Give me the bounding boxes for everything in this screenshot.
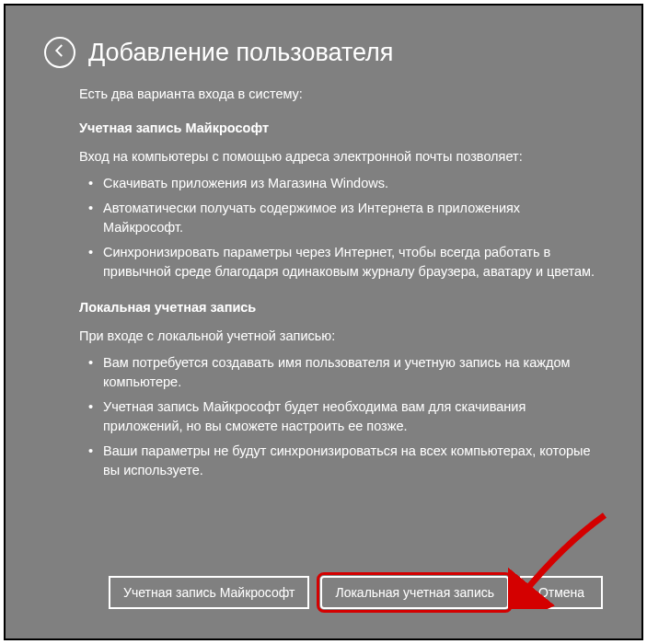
back-arrow-icon xyxy=(52,42,68,63)
local-account-button[interactable]: Локальная учетная запись xyxy=(320,576,509,609)
back-button[interactable] xyxy=(44,37,75,68)
list-item: Ваши параметры не будут синхронизировать… xyxy=(85,442,603,480)
microsoft-account-button[interactable]: Учетная запись Майкрософт xyxy=(109,576,309,609)
add-user-dialog: Добавление пользователя Есть два вариант… xyxy=(11,11,636,633)
dialog-content: Есть два варианта входа в систему: Учетн… xyxy=(44,85,603,480)
dialog-frame: Добавление пользователя Есть два вариант… xyxy=(4,4,643,640)
list-item: Скачивать приложения из Магазина Windows… xyxy=(85,174,603,193)
dialog-button-row: Учетная запись Майкрософт Локальная учет… xyxy=(11,576,636,609)
local-account-subtext: При входе с локальной учетной записью: xyxy=(79,327,603,346)
list-item: Синхронизировать параметры через Интерне… xyxy=(85,243,603,282)
page-title: Добавление пользователя xyxy=(88,39,393,67)
ms-account-list: Скачивать приложения из Магазина Windows… xyxy=(79,174,603,282)
intro-text: Есть два варианта входа в систему: xyxy=(79,85,603,104)
list-item: Автоматически получать содержимое из Инт… xyxy=(85,199,603,237)
list-item: Учетная запись Майкрософт будет необходи… xyxy=(85,397,603,436)
list-item: Вам потребуется создавать имя пользовате… xyxy=(85,353,603,392)
local-account-heading: Локальная учетная запись xyxy=(79,298,603,317)
cancel-button[interactable]: Отмена xyxy=(520,576,603,609)
local-account-list: Вам потребуется создавать имя пользовате… xyxy=(79,353,603,480)
ms-account-heading: Учетная запись Майкрософт xyxy=(79,119,603,138)
ms-account-subtext: Вход на компьютеры с помощью адреса элек… xyxy=(79,147,603,167)
dialog-header: Добавление пользователя xyxy=(44,37,603,68)
